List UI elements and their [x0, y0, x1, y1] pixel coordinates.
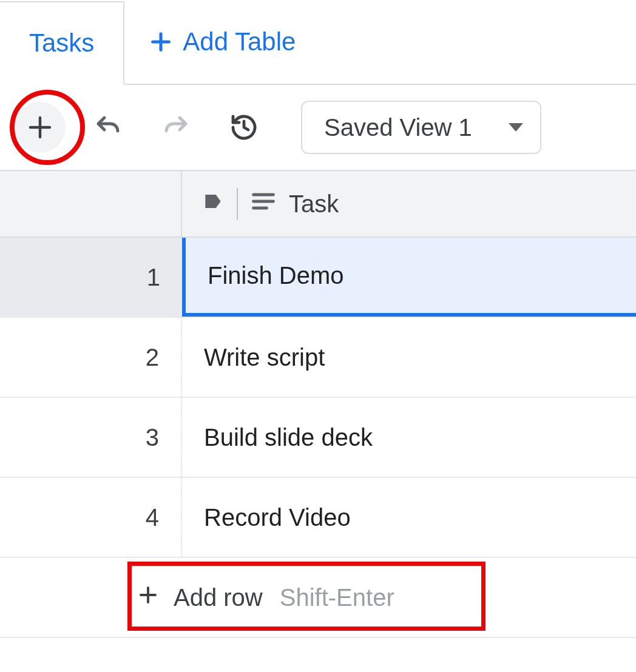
- cell-task[interactable]: Build slide deck: [182, 398, 636, 477]
- table-row[interactable]: 3 Build slide deck: [0, 398, 636, 478]
- undo-icon: [93, 113, 123, 142]
- table-row[interactable]: 2 Write script: [0, 318, 636, 398]
- history-icon: [229, 113, 259, 142]
- tab-tasks-label: Tasks: [29, 29, 94, 58]
- divider: [237, 188, 238, 220]
- view-select-label: Saved View 1: [324, 114, 472, 141]
- redo-button[interactable]: [151, 102, 201, 153]
- add-row-label: Add row: [174, 584, 263, 611]
- expand-icon: [201, 190, 225, 218]
- table-header-row: Task: [0, 171, 636, 238]
- table-row[interactable]: 1 Finish Demo: [0, 238, 636, 318]
- column-header-task[interactable]: Task: [182, 171, 636, 237]
- row-number[interactable]: 3: [0, 398, 182, 477]
- row-number[interactable]: 1: [0, 238, 182, 317]
- plus-icon: [137, 584, 159, 611]
- plus-icon: [25, 113, 55, 142]
- add-table-button[interactable]: Add Table: [124, 0, 320, 84]
- plus-icon: [149, 30, 173, 54]
- cell-task[interactable]: Finish Demo: [182, 238, 636, 317]
- text-column-icon: [250, 188, 277, 220]
- tab-bar: Tasks Add Table: [0, 0, 636, 85]
- tab-tasks[interactable]: Tasks: [0, 1, 124, 85]
- view-select[interactable]: Saved View 1: [301, 101, 541, 154]
- add-row-hint: Shift-Enter: [280, 584, 394, 611]
- row-number[interactable]: 4: [0, 478, 182, 557]
- chevron-down-icon: [509, 123, 523, 132]
- add-row-button[interactable]: [15, 102, 66, 153]
- row-number-header[interactable]: [0, 171, 182, 237]
- row-number[interactable]: 2: [0, 318, 182, 397]
- cell-task[interactable]: Write script: [182, 318, 636, 397]
- redo-icon: [161, 113, 191, 142]
- column-header-label: Task: [289, 190, 339, 218]
- table: Task 1 Finish Demo 2 Write script 3 Buil…: [0, 170, 636, 638]
- cell-task[interactable]: Record Video: [182, 478, 636, 557]
- add-table-label: Add Table: [183, 27, 296, 56]
- toolbar: Saved View 1: [0, 85, 636, 170]
- history-button[interactable]: [218, 102, 269, 153]
- add-row-row[interactable]: Add row Shift-Enter: [0, 558, 636, 638]
- table-row[interactable]: 4 Record Video: [0, 478, 636, 558]
- undo-button[interactable]: [83, 102, 134, 153]
